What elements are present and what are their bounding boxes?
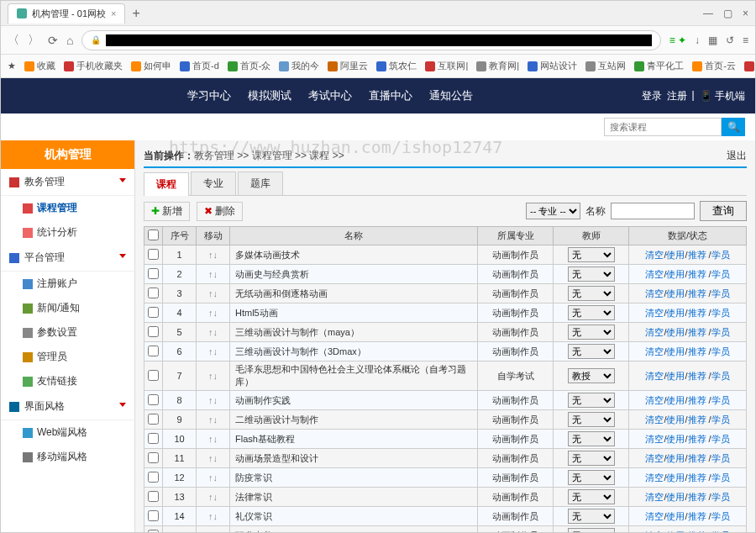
teacher-select[interactable]: 无 xyxy=(568,286,615,301)
action-recommend[interactable]: 推荐 xyxy=(688,308,706,318)
action-clear[interactable]: 清空 xyxy=(645,308,664,318)
teacher-select[interactable]: 无 xyxy=(568,247,615,262)
home-icon[interactable]: ⌂ xyxy=(66,34,73,47)
action-student[interactable]: 学员 xyxy=(711,327,730,337)
content-tab[interactable]: 题库 xyxy=(238,172,283,195)
row-checkbox[interactable] xyxy=(148,510,159,521)
sidebar-item[interactable]: 友情链接 xyxy=(1,369,134,393)
address-bar[interactable]: 🔒 xyxy=(81,30,660,50)
column-header[interactable]: 数据/状态 xyxy=(629,227,747,245)
action-use[interactable]: 使用 xyxy=(666,511,685,521)
action-recommend[interactable]: 推荐 xyxy=(688,511,706,521)
action-student[interactable]: 学员 xyxy=(711,434,730,444)
download-icon[interactable]: ↓ xyxy=(695,34,700,46)
nav-menu-item[interactable]: 学习中心 xyxy=(187,88,231,103)
action-clear[interactable]: 清空 xyxy=(645,530,664,533)
bookmark-item[interactable]: 互站网 xyxy=(585,60,626,72)
row-checkbox[interactable] xyxy=(148,326,159,337)
new-tab-button[interactable]: + xyxy=(125,6,146,21)
add-button[interactable]: ✚新增 xyxy=(144,202,190,221)
column-header[interactable]: 序号 xyxy=(163,227,197,245)
move-handle[interactable]: ↑↓ xyxy=(197,391,230,410)
row-checkbox[interactable] xyxy=(148,288,159,298)
move-handle[interactable]: ↑↓ xyxy=(197,303,230,323)
delete-button[interactable]: ✖删除 xyxy=(197,202,243,221)
action-student[interactable]: 学员 xyxy=(711,269,730,279)
bookmark-item[interactable]: 首页-云 xyxy=(692,60,736,72)
row-checkbox[interactable] xyxy=(148,394,159,405)
teacher-select[interactable]: 无 xyxy=(568,489,615,504)
teacher-select[interactable]: 无 xyxy=(568,325,615,340)
move-handle[interactable]: ↑↓ xyxy=(197,410,230,430)
extension-icon[interactable]: ≡ ✦ xyxy=(669,34,686,46)
exit-link[interactable]: 退出 xyxy=(727,149,747,163)
action-student[interactable]: 学员 xyxy=(711,530,730,533)
action-student[interactable]: 学员 xyxy=(711,308,730,318)
action-clear[interactable]: 清空 xyxy=(645,511,664,521)
sidebar-item[interactable]: 课程管理 xyxy=(1,196,134,220)
teacher-select[interactable]: 无 xyxy=(568,528,615,532)
major-filter[interactable]: -- 专业 -- xyxy=(526,203,580,219)
column-header[interactable]: 教师 xyxy=(554,227,629,245)
teacher-select[interactable]: 无 xyxy=(568,305,615,320)
bookmark-item[interactable]: 我的今 xyxy=(279,60,319,72)
row-checkbox[interactable] xyxy=(148,530,159,533)
nav-menu-item[interactable]: 通知公告 xyxy=(429,88,473,103)
action-recommend[interactable]: 推荐 xyxy=(688,492,706,502)
teacher-select[interactable]: 无 xyxy=(568,509,615,524)
back-icon[interactable]: 〈 xyxy=(8,33,19,48)
sidebar-group[interactable]: 界面风格 xyxy=(1,393,134,420)
action-use[interactable]: 使用 xyxy=(666,434,685,444)
action-student[interactable]: 学员 xyxy=(711,511,730,521)
action-recommend[interactable]: 推荐 xyxy=(688,327,706,337)
move-handle[interactable]: ↑↓ xyxy=(197,430,230,449)
move-handle[interactable]: ↑↓ xyxy=(197,245,230,265)
sidebar-item[interactable]: 统计分析 xyxy=(1,220,134,245)
column-header[interactable]: 移动 xyxy=(197,227,230,245)
sidebar-item[interactable]: Web端风格 xyxy=(1,420,134,445)
action-clear[interactable]: 清空 xyxy=(645,492,664,502)
column-header[interactable]: 所属专业 xyxy=(478,227,554,245)
bookmark-star-icon[interactable]: ★ xyxy=(8,61,16,71)
teacher-select[interactable]: 无 xyxy=(568,451,615,466)
action-use[interactable]: 使用 xyxy=(666,492,685,502)
teacher-select[interactable]: 无 xyxy=(568,266,615,282)
action-recommend[interactable]: 推荐 xyxy=(688,371,706,381)
bookmark-item[interactable]: 互联网| xyxy=(425,60,468,72)
move-handle[interactable]: ↑↓ xyxy=(197,526,230,533)
row-checkbox[interactable] xyxy=(148,370,159,381)
register-link[interactable]: 注册 xyxy=(667,89,687,103)
search-button[interactable]: 🔍 xyxy=(722,118,745,136)
action-use[interactable]: 使用 xyxy=(666,346,685,356)
row-checkbox[interactable] xyxy=(148,433,159,444)
action-clear[interactable]: 清空 xyxy=(645,395,664,405)
search-input[interactable] xyxy=(604,118,722,136)
bookmark-item[interactable]: 网站设计 xyxy=(528,60,577,72)
move-handle[interactable]: ↑↓ xyxy=(197,507,230,526)
sidebar-group[interactable]: 平台管理 xyxy=(1,245,134,272)
action-student[interactable]: 学员 xyxy=(711,346,730,356)
action-use[interactable]: 使用 xyxy=(666,269,685,279)
action-clear[interactable]: 清空 xyxy=(645,327,664,337)
bookmark-item[interactable]: 首页-众 xyxy=(228,60,271,72)
action-use[interactable]: 使用 xyxy=(666,371,685,381)
action-use[interactable]: 使用 xyxy=(666,530,685,533)
action-recommend[interactable]: 推荐 xyxy=(688,530,706,533)
action-student[interactable]: 学员 xyxy=(711,414,730,425)
sidebar-item[interactable]: 注册账户 xyxy=(1,272,134,296)
reload-icon[interactable]: ⟳ xyxy=(48,34,58,47)
action-recommend[interactable]: 推荐 xyxy=(688,346,706,356)
row-checkbox[interactable] xyxy=(148,307,159,318)
nav-menu-item[interactable]: 模拟测试 xyxy=(248,88,291,103)
action-student[interactable]: 学员 xyxy=(711,288,730,298)
bookmark-item[interactable]: 教育部众 xyxy=(744,60,755,72)
bookmark-item[interactable]: 如何申 xyxy=(131,60,171,72)
action-recommend[interactable]: 推荐 xyxy=(688,288,706,298)
row-checkbox[interactable] xyxy=(148,452,159,463)
teacher-select[interactable]: 无 xyxy=(568,431,615,446)
apps-icon[interactable]: ▦ xyxy=(708,34,717,46)
sidebar-item[interactable]: 管理员 xyxy=(1,345,134,369)
action-student[interactable]: 学员 xyxy=(711,472,730,483)
action-clear[interactable]: 清空 xyxy=(645,453,664,463)
content-tab[interactable]: 专业 xyxy=(191,172,236,195)
